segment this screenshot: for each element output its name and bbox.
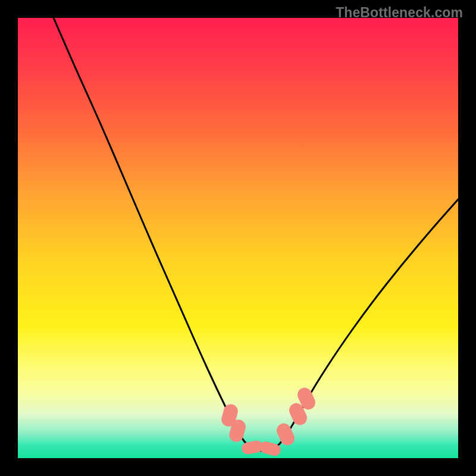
curve-layer	[18, 18, 458, 458]
bottleneck-curve-path	[54, 18, 458, 451]
chart-stage: TheBottleneck.com	[0, 0, 476, 476]
plot-area	[18, 18, 458, 458]
